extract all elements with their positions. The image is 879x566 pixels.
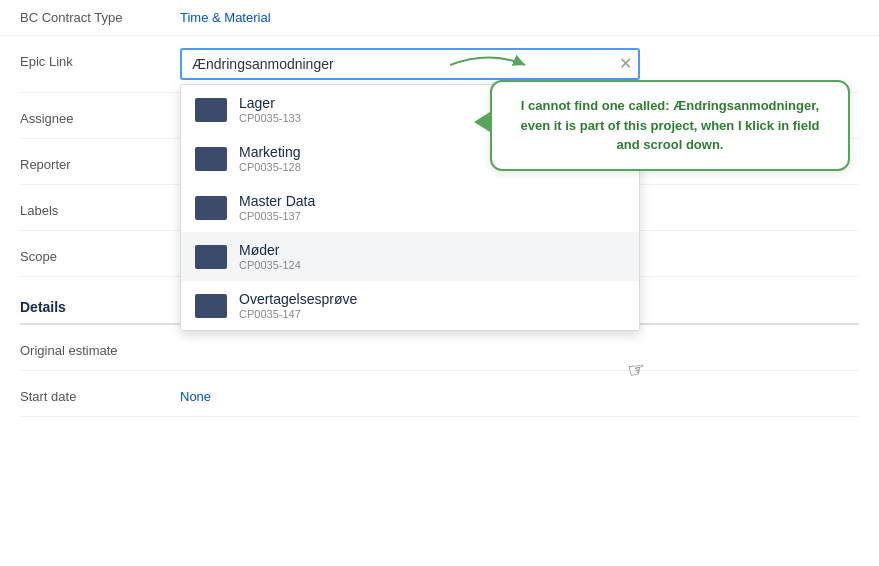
lager-text: Lager CP0035-133 xyxy=(239,95,301,124)
overtagelse-name: Overtagelsesprøve xyxy=(239,291,357,307)
moder-name: Møder xyxy=(239,242,301,258)
bc-contract-type-row: BC Contract Type Time & Material xyxy=(0,0,879,36)
original-estimate-value xyxy=(180,337,859,343)
epic-link-input[interactable] xyxy=(180,48,640,80)
lager-code: CP0035-133 xyxy=(239,112,301,124)
labels-label: Labels xyxy=(20,197,180,218)
masterdata-text: Master Data CP0035-137 xyxy=(239,193,315,222)
original-estimate-row: Original estimate xyxy=(20,325,859,371)
masterdata-icon xyxy=(195,196,227,220)
start-date-label: Start date xyxy=(20,383,180,404)
marketing-icon xyxy=(195,147,227,171)
masterdata-name: Master Data xyxy=(239,193,315,209)
marketing-text: Marketing CP0035-128 xyxy=(239,144,301,173)
lager-name: Lager xyxy=(239,95,301,111)
marketing-name: Marketing xyxy=(239,144,301,160)
scope-label: Scope xyxy=(20,243,180,264)
moder-icon xyxy=(195,245,227,269)
overtagelse-icon xyxy=(195,294,227,318)
lager-icon xyxy=(195,98,227,122)
clear-icon[interactable]: ✕ xyxy=(619,56,632,72)
dropdown-item-masterdata[interactable]: Master Data CP0035-137 xyxy=(181,183,639,232)
bc-contract-type-label: BC Contract Type xyxy=(20,10,180,25)
reporter-label: Reporter xyxy=(20,151,180,172)
masterdata-code: CP0035-137 xyxy=(239,210,315,222)
start-date-row: Start date None xyxy=(20,371,859,417)
overtagelse-code: CP0035-147 xyxy=(239,308,357,320)
callout-text: I cannot find one called: Ændringsanmodn… xyxy=(520,98,819,152)
overtagelse-text: Overtagelsesprøve CP0035-147 xyxy=(239,291,357,320)
assignee-label: Assignee xyxy=(20,105,180,126)
start-date-value: None xyxy=(180,383,859,404)
moder-code: CP0035-124 xyxy=(239,259,301,271)
original-estimate-label: Original estimate xyxy=(20,337,180,358)
marketing-code: CP0035-128 xyxy=(239,161,301,173)
epic-link-input-wrapper: ✕ Lager CP0035-133 Marketing CP0035-128 xyxy=(180,48,640,80)
bc-contract-type-value: Time & Material xyxy=(180,10,271,25)
dropdown-item-overtagelse[interactable]: Overtagelsesprøve CP0035-147 xyxy=(181,281,639,330)
callout-bubble: I cannot find one called: Ændringsanmodn… xyxy=(490,80,850,171)
epic-link-label: Epic Link xyxy=(20,48,180,69)
moder-text: Møder CP0035-124 xyxy=(239,242,301,271)
dropdown-item-moder[interactable]: Møder CP0035-124 xyxy=(181,232,639,281)
